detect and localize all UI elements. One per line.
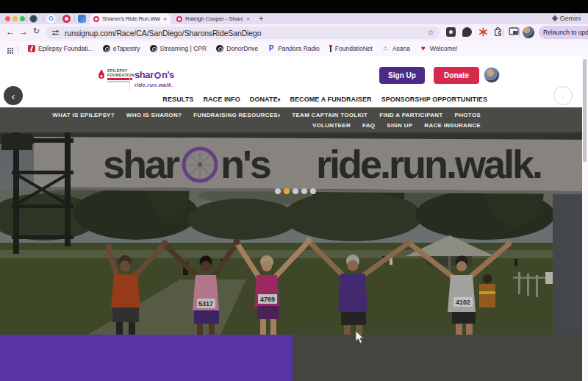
macos-menu-bar xyxy=(0,0,588,13)
bookmark-etapestry[interactable]: eTapestry xyxy=(103,45,140,52)
nav-donate[interactable]: DONATE▾ xyxy=(250,96,281,103)
carousel-dot-5[interactable] xyxy=(310,188,316,194)
relaunch-to-update-button[interactable]: Relaunch to update ⋮ xyxy=(539,26,588,39)
tab-favicon xyxy=(176,16,182,22)
sign-up-button[interactable]: Sign Up xyxy=(379,67,425,84)
nav-become-a-fundraiser[interactable]: BECOME A FUNDRAISER xyxy=(290,96,371,103)
subnav-fundraising-resources[interactable]: FUNDRAISING RESOURCES▾ xyxy=(193,112,280,118)
chevron-down-icon: ▾ xyxy=(278,97,281,102)
extensions-puzzle-icon[interactable] xyxy=(493,27,503,37)
ef-logo-line2: FOUNDATION xyxy=(107,74,135,78)
back-button[interactable]: ← xyxy=(6,26,15,37)
asana-favicon: ∴ xyxy=(382,45,390,52)
carousel-dot-4[interactable] xyxy=(301,188,307,194)
subnav-who-is-sharon[interactable]: WHO IS SHARON? xyxy=(126,112,182,118)
tab-close-icon[interactable]: × xyxy=(163,15,167,22)
screen: G Sharon's Ride.Run.Walk. 202 × Raleigh … xyxy=(0,0,588,381)
extension-icon-2[interactable] xyxy=(462,27,472,37)
mouse-cursor xyxy=(355,330,365,344)
epilepsy-flame-icon xyxy=(98,69,105,81)
sub-nav-row2: VOLUNTEER FAQ SIGN UP RACE INSURANCE xyxy=(312,122,481,129)
subnav-find-a-participant[interactable]: FIND A PARTICIPANT xyxy=(379,112,442,118)
bookmark-pandora[interactable]: P Pandora Radio xyxy=(268,45,320,52)
traffic-light-zoom-icon[interactable] xyxy=(20,16,25,21)
tab-favicon xyxy=(93,16,99,22)
extension-icon-asterisk[interactable] xyxy=(478,27,488,37)
carousel-next-button[interactable]: › xyxy=(553,86,573,105)
subnav-photos[interactable]: PHOTOS xyxy=(455,112,481,118)
bookmark-welcome[interactable]: ♥ Welcome! xyxy=(420,45,458,52)
bookmark-streaming-cpr[interactable]: Streaming | CPR xyxy=(150,45,207,52)
bookmarks-bar: Epilepsy Foundati... eTapestry Streaming… xyxy=(0,41,588,56)
hero-carousel-image: shar n's ride.run.walk. xyxy=(0,132,582,335)
bookmark-epilepsy-foundation[interactable]: Epilepsy Foundati... xyxy=(28,45,93,52)
carousel-prev-button[interactable]: ‹ xyxy=(4,86,23,105)
gemini-button[interactable]: Gemini xyxy=(553,15,581,22)
sharons-logo[interactable]: shar n's ride.run.walk. xyxy=(135,69,174,88)
nav-results[interactable]: RESULTS xyxy=(162,96,193,103)
tab-close-icon[interactable]: × xyxy=(246,15,250,22)
relaunch-label: Relaunch to update xyxy=(543,29,588,36)
bookmark-donordrive[interactable]: DonorDrive xyxy=(216,45,258,52)
browser-tab-strip xyxy=(0,13,588,24)
etapestry-favicon xyxy=(103,45,110,52)
bookmark-label: Asana xyxy=(392,45,410,52)
brand-part2: n's xyxy=(162,69,174,80)
nav-race-info[interactable]: RACE INFO xyxy=(203,96,240,103)
purple-content-section xyxy=(0,335,293,381)
pinned-tab-runsignup-icon[interactable] xyxy=(62,15,71,23)
bookmarks-divider xyxy=(18,45,18,53)
pinned-tab-divider xyxy=(74,15,75,22)
bookmark-label: FoundatioNet xyxy=(335,45,373,52)
forward-button[interactable]: → xyxy=(19,26,28,37)
new-tab-button[interactable]: + xyxy=(259,14,263,23)
welcome-heart-favicon: ♥ xyxy=(420,45,427,52)
traffic-light-close-icon[interactable] xyxy=(5,16,10,21)
scrollbar-thumb[interactable] xyxy=(583,59,587,162)
tab-sharons-ride[interactable]: Sharon's Ride.Run.Walk. 202 × xyxy=(90,13,171,24)
tab-title: Sharon's Ride.Run.Walk. 202 xyxy=(102,15,160,22)
nav-sponsorship-opportunities[interactable]: SPONSORSHIP OPPORTUNITIES xyxy=(381,96,487,103)
subnav-what-is-epilepsy[interactable]: WHAT IS EPILEPSY? xyxy=(52,112,115,118)
ef-logo-subtext xyxy=(107,81,129,82)
donordrive-favicon xyxy=(216,45,223,52)
carousel-dot-3[interactable] xyxy=(293,188,298,194)
brand-tagline: ride.run.walk. xyxy=(135,82,174,88)
carousel-dot-1[interactable] xyxy=(275,188,281,194)
extension-icon-1[interactable] xyxy=(446,27,456,37)
tab-share-icon[interactable] xyxy=(509,27,519,36)
bicycle-wheel-icon xyxy=(154,72,161,79)
url-text[interactable]: runsignup.com/Race/CA/SanDiego/SharonsRi… xyxy=(65,29,427,38)
address-bar[interactable]: runsignup.com/Race/CA/SanDiego/SharonsRi… xyxy=(46,26,440,39)
pinned-tab-divider xyxy=(43,15,43,22)
apps-grid-icon[interactable] xyxy=(7,48,9,49)
browser-profile-avatar[interactable] xyxy=(523,26,534,38)
site-user-avatar[interactable] xyxy=(484,67,500,83)
carousel-dots xyxy=(275,188,316,194)
pinned-tab-google-icon[interactable]: G xyxy=(47,15,55,23)
subnav-sign-up[interactable]: SIGN UP xyxy=(387,122,412,129)
subnav-faq[interactable]: FAQ xyxy=(362,122,375,129)
toolbar-divider xyxy=(519,28,520,37)
streaming-favicon xyxy=(150,45,157,52)
subnav-team-captain-toolkit[interactable]: TEAM CAPTAIN TOOLKIT xyxy=(292,112,368,118)
foundationet-favicon xyxy=(329,45,332,52)
pinned-tab-globe-icon[interactable] xyxy=(29,15,37,23)
bookmark-label: Streaming | CPR xyxy=(160,45,207,52)
traffic-light-minimize-icon[interactable] xyxy=(12,16,18,21)
site-settings-icon[interactable] xyxy=(51,29,60,37)
bookmark-star-icon[interactable]: ☆ xyxy=(427,28,434,38)
tab-raleigh-cooper[interactable]: Raleigh Cooper - Sharon's Ri × xyxy=(173,13,254,24)
logo-divider xyxy=(129,71,130,90)
sub-nav-bar: WHAT IS EPILEPSY? WHO IS SHARON? FUNDRAI… xyxy=(0,107,582,132)
reload-button[interactable]: ↻ xyxy=(33,26,40,36)
pinned-tab-divider xyxy=(59,15,60,22)
subnav-volunteer[interactable]: VOLUNTEER xyxy=(312,122,351,129)
bookmark-foundationet[interactable]: FoundatioNet xyxy=(329,45,373,52)
donate-button[interactable]: Donate xyxy=(434,67,479,84)
carousel-dot-2-active[interactable] xyxy=(284,188,290,194)
pinned-tab-blue-icon[interactable] xyxy=(78,15,86,23)
toolbar-divider xyxy=(503,28,503,37)
subnav-race-insurance[interactable]: RACE INSURANCE xyxy=(424,122,481,129)
bookmark-asana[interactable]: ∴ Asana xyxy=(382,45,410,52)
